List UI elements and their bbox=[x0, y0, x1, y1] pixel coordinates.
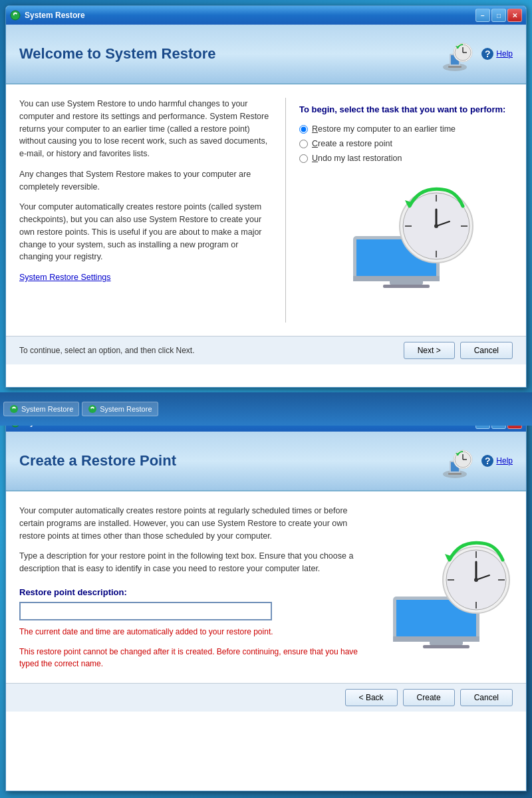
radio-item-create[interactable]: Create a restore point bbox=[299, 139, 456, 148]
right-panel-1: To begin, select the task that you want … bbox=[299, 98, 513, 323]
titlebar-title-1: System Restore bbox=[25, 11, 85, 20]
intro-text-2: Any changes that System Restore makes to… bbox=[19, 168, 272, 194]
content-area-2: Your computer automatically creates rest… bbox=[6, 491, 526, 683]
next-button[interactable]: Next > bbox=[404, 342, 455, 359]
header-title-1: Welcome to System Restore bbox=[19, 45, 215, 63]
content-area-1: You can use System Restore to undo harmf… bbox=[6, 84, 526, 336]
settings-link[interactable]: System Restore Settings bbox=[19, 273, 111, 282]
svg-point-23 bbox=[434, 224, 438, 228]
taskbar-icon-1 bbox=[9, 404, 19, 414]
taskbar: System Restore System Restore bbox=[0, 392, 532, 426]
footer-buttons-2: < Back Create Cancel bbox=[345, 689, 513, 706]
svg-point-26 bbox=[88, 405, 96, 413]
help-icon-2: ? bbox=[481, 455, 493, 467]
svg-point-0 bbox=[11, 11, 20, 20]
illustration-2 bbox=[380, 505, 513, 670]
left-panel-1: You can use System Restore to undo harmf… bbox=[19, 98, 272, 323]
help-area-2: ? Help bbox=[481, 455, 513, 467]
svg-rect-38 bbox=[423, 645, 469, 648]
taskbar-item-2[interactable]: System Restore bbox=[82, 402, 158, 416]
restore-description-input[interactable] bbox=[19, 602, 272, 620]
footer-1: To continue, select an option, and then … bbox=[6, 336, 526, 364]
help-link-1[interactable]: Help bbox=[496, 49, 513, 59]
close-button-1[interactable]: ✕ bbox=[507, 9, 522, 22]
svg-rect-41 bbox=[393, 636, 479, 642]
taskbar-label-1: System Restore bbox=[21, 405, 73, 413]
header-icons-2: ? Help bbox=[435, 441, 513, 481]
taskbar-label-2: System Restore bbox=[100, 405, 152, 413]
info-text-1: The current date and time are automatica… bbox=[19, 626, 370, 638]
cancel-button-2[interactable]: Cancel bbox=[460, 689, 513, 706]
create-desc-2: Type a description for your restore poin… bbox=[19, 550, 370, 575]
header-restore-icon-2 bbox=[435, 441, 475, 481]
minimize-button-1[interactable]: − bbox=[475, 9, 490, 22]
divider-1 bbox=[285, 98, 286, 323]
task-prompt: To begin, select the task that you want … bbox=[299, 104, 505, 114]
svg-rect-31 bbox=[448, 473, 462, 475]
titlebar-left-1: System Restore bbox=[10, 10, 85, 21]
svg-rect-14 bbox=[353, 276, 440, 281]
header-banner-2: Create a Restore Point ? Help bbox=[6, 432, 526, 491]
radio-restore[interactable] bbox=[299, 125, 308, 134]
header-banner-1: Welcome to System Restore ? Help bbox=[6, 25, 526, 84]
window-2: System Restore − □ ✕ Create a Restore Po… bbox=[5, 412, 527, 791]
back-button[interactable]: < Back bbox=[345, 689, 398, 706]
monitor-clock-illustration-1 bbox=[333, 176, 479, 309]
maximize-button-1[interactable]: □ bbox=[491, 9, 506, 22]
svg-point-50 bbox=[474, 578, 478, 582]
radio-group: Restore my computer to an earlier time C… bbox=[299, 124, 456, 163]
intro-text-1: You can use System Restore to undo harmf… bbox=[19, 98, 272, 160]
footer-buttons-1: Next > Cancel bbox=[404, 342, 513, 359]
taskbar-item-1[interactable]: System Restore bbox=[3, 402, 79, 416]
left-panel-2: Your computer automatically creates rest… bbox=[19, 505, 370, 670]
radio-create[interactable] bbox=[299, 140, 308, 148]
titlebar-controls-1: − □ ✕ bbox=[475, 9, 522, 22]
footer-2: < Back Create Cancel bbox=[6, 683, 526, 712]
monitor-clock-illustration-2 bbox=[380, 517, 513, 670]
radio-create-label: Create a restore point bbox=[312, 139, 392, 148]
help-icon: ? bbox=[481, 48, 493, 60]
radio-item-restore[interactable]: Restore my computer to an earlier time bbox=[299, 124, 456, 134]
help-link-2[interactable]: Help bbox=[496, 456, 513, 466]
radio-restore-label: Restore my computer to an earlier time bbox=[312, 124, 456, 134]
radio-item-undo[interactable]: Undo my last restoration bbox=[299, 154, 456, 163]
help-area: ? Help bbox=[481, 48, 513, 60]
titlebar-1: System Restore − □ ✕ bbox=[6, 6, 526, 25]
svg-rect-11 bbox=[383, 285, 430, 288]
illustration-1 bbox=[333, 176, 479, 323]
svg-point-25 bbox=[10, 405, 18, 413]
cancel-button-1[interactable]: Cancel bbox=[460, 342, 513, 359]
create-desc-1: Your computer automatically creates rest… bbox=[19, 505, 370, 542]
footer-text-1: To continue, select an option, and then … bbox=[19, 346, 195, 355]
header-title-2: Create a Restore Point bbox=[19, 452, 176, 469]
header-icons-1: ? Help bbox=[435, 34, 513, 74]
window-1: System Restore − □ ✕ Welcome to System R… bbox=[5, 5, 527, 388]
intro-text-3: Your computer automatically creates rest… bbox=[19, 201, 272, 263]
info-text-2: This restore point cannot be changed aft… bbox=[19, 646, 370, 670]
radio-undo[interactable] bbox=[299, 154, 308, 163]
svg-rect-4 bbox=[448, 66, 462, 68]
system-restore-icon bbox=[10, 10, 21, 21]
radio-undo-label: Undo my last restoration bbox=[312, 154, 402, 163]
input-label: Restore point description: bbox=[19, 586, 370, 599]
taskbar-icon-2 bbox=[88, 404, 97, 414]
create-button[interactable]: Create bbox=[403, 689, 455, 706]
header-restore-icon bbox=[435, 34, 475, 74]
